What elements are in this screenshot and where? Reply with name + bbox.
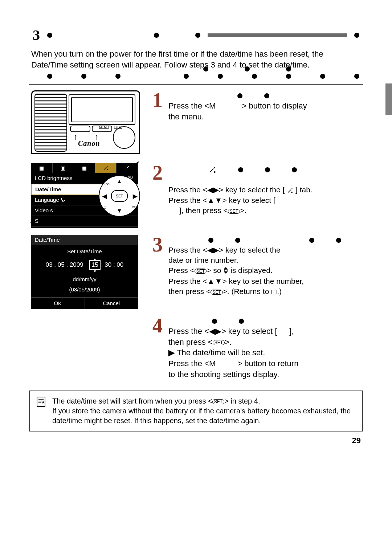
drive-icon: ❏: [104, 206, 106, 210]
tab-setup-icon: [95, 163, 117, 173]
wrench-icon: [287, 187, 293, 194]
header-bar: [208, 33, 347, 37]
dt-subtitle: Set Date/Time: [31, 245, 138, 259]
svg-rect-4: [224, 269, 227, 271]
dot-icon: [239, 319, 244, 324]
step-text: Press the <◀▶> key to select the date or…: [168, 245, 361, 297]
menu-item: S: [31, 216, 138, 226]
dt-format: dd/mm/yy: [31, 274, 138, 285]
dot-icon: [286, 74, 291, 79]
dot-icon: [238, 167, 243, 172]
box-icon: [271, 290, 277, 294]
dt-values: 03 . 05 . 2009 ▲ 15 ▼ : 30 : 00: [31, 259, 138, 274]
dot-icon: [203, 66, 208, 71]
svg-rect-1: [107, 169, 108, 170]
page-number: 29: [0, 432, 392, 446]
note-text: The date/time set will start from when y…: [52, 396, 356, 426]
updown-box-icon: [223, 266, 228, 276]
speech-icon: 🗩: [61, 197, 66, 203]
dot-icon: [47, 74, 52, 79]
dot-icon: [195, 33, 200, 38]
dt-title: Date/Time: [31, 235, 138, 245]
header: 3: [0, 25, 392, 45]
caret-up-icon: ▲: [93, 257, 97, 262]
arrow-up-icon: ↑: [74, 131, 78, 142]
dot-icon: [212, 319, 217, 324]
dot-icon: [47, 33, 52, 38]
camera-illustration: MENU DISP ↑ ↑ Canon: [31, 90, 140, 154]
set-label: SET: [111, 190, 128, 202]
tab-icon: ▣: [53, 163, 74, 173]
triangle-right-icon: ▶: [133, 192, 137, 200]
dot-icon: [235, 238, 240, 243]
left-right-key-icon: ◀▶: [207, 185, 219, 194]
dot-icon: [320, 74, 325, 79]
step-number: 4: [150, 312, 165, 340]
dot-icon: [208, 238, 213, 243]
iso-label: ISO: [105, 183, 110, 187]
set-button-icon: SET: [212, 399, 224, 404]
set-button-icon: SET: [213, 340, 225, 345]
triangle-up-icon: ▲: [117, 177, 122, 185]
tab-icon: ▣: [31, 163, 53, 173]
dot-icon: [115, 74, 121, 79]
step-text: Press the <◀▶> key to select the [ ] tab…: [168, 185, 361, 216]
wrench-icon: [208, 166, 216, 174]
tab-icon: [117, 163, 138, 173]
left-right-key-icon: ◀▶: [209, 327, 221, 336]
step-2: ▣ ▣ ▣ WB LCD brightness ✳: [31, 163, 361, 228]
caret-down-icon: ▼: [93, 269, 97, 274]
side-tab: [385, 83, 392, 115]
ok-button: OK: [31, 297, 85, 309]
canon-logo: Canon: [78, 139, 100, 148]
left-right-key-icon: ◀▶: [207, 246, 219, 254]
dot-icon: [81, 74, 86, 79]
set-button-icon: SET: [228, 209, 240, 214]
dial-illustration: ▲ ▼ ◀ ▶ ISO ❏ AF SET: [99, 175, 140, 217]
svg-rect-2: [214, 172, 215, 173]
dot-icon: [309, 238, 314, 243]
dot-icon: [265, 167, 270, 172]
datetime-illustration: Date/Time Set Date/Time 03 . 05 . 2009 ▲…: [31, 235, 138, 309]
triangle-down-icon: ▼: [117, 207, 122, 215]
dot-icon: [237, 93, 242, 98]
dot-icon: [264, 93, 269, 98]
step-3: Date/Time Set Date/Time 03 . 05 . 2009 ▲…: [31, 235, 361, 309]
svg-rect-3: [291, 192, 293, 193]
step-number: 1: [150, 87, 165, 114]
triangle-left-icon: ◀: [102, 192, 107, 200]
dt-selected-field: ▲ 15 ▼: [89, 260, 101, 270]
set-button-icon: SET: [195, 269, 207, 274]
step-text: Press the <M > button to display the men…: [168, 101, 361, 122]
step-4: 4 Press the <◀▶> key to select [], then …: [31, 316, 361, 380]
step-number: 2: [150, 159, 165, 187]
cancel-button: Cancel: [85, 297, 138, 309]
set-button-icon: SET: [211, 290, 222, 295]
step-1: MENU DISP ↑ ↑ Canon 1 Press: [31, 90, 361, 154]
menu-illustration: ▣ ▣ ▣ WB LCD brightness ✳: [31, 163, 138, 228]
dot-icon: [245, 66, 250, 71]
dot-icon: [154, 33, 159, 38]
dot-icon: [354, 74, 359, 79]
af-label: AF: [132, 205, 136, 209]
up-down-key-icon: ▲▼: [207, 277, 222, 285]
dot-icon: [252, 74, 257, 79]
up-down-key-icon: ▲▼: [207, 196, 222, 204]
dot-icon: [286, 66, 291, 71]
step-text: Press the <◀▶> key to select [], then pr…: [168, 326, 361, 380]
title-number: 3: [33, 25, 40, 45]
step-number: 3: [150, 231, 165, 259]
dot-icon: [354, 33, 359, 38]
tab-icon: ▣: [74, 163, 95, 173]
dot-icon: [218, 74, 223, 79]
dt-paren: (03/05/2009): [31, 285, 138, 297]
dot-icon: [184, 74, 189, 79]
result-arrow-icon: ▶: [168, 348, 177, 357]
dot-icon: [292, 167, 297, 172]
dot-icon: [336, 238, 341, 243]
note-box: The date/time set will start from when y…: [29, 391, 363, 432]
note-icon: [36, 396, 46, 426]
